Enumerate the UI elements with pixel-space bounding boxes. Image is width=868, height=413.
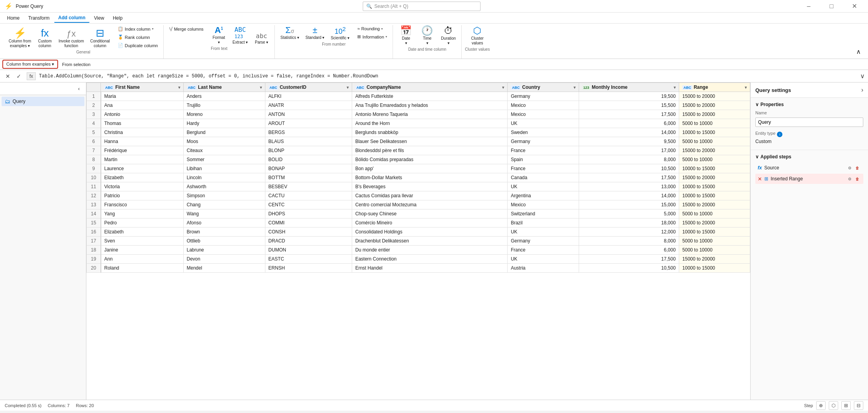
table-row: 16 Elizabeth Brown CONSH Consolidated Ho… [87, 228, 750, 237]
rank-column-button[interactable]: 🏅 Rank column [115, 33, 160, 41]
col-header-range[interactable]: ABC Range ▾ [679, 83, 750, 92]
entity-type-info-icon[interactable]: i [777, 132, 782, 137]
data-area[interactable]: ABC First Name ▾ ABC Last Name ▾ ABC Cus… [86, 83, 750, 400]
duration-button[interactable]: ⏱ Duration▾ [439, 25, 458, 46]
minimize-button[interactable]: – [800, 0, 818, 13]
menu-add-column[interactable]: Add column [54, 13, 89, 23]
step-inserted-range-actions: ⚙ 🗑 [846, 175, 861, 182]
statistics-button[interactable]: Σσ Statistics ▾ [278, 25, 302, 41]
formula-expand-button[interactable]: ∨ [860, 72, 865, 80]
monthly-income-cell: 14,000 [579, 128, 679, 137]
left-panel: ‹ 🗂 Query [0, 83, 86, 400]
maximize-button[interactable]: □ [822, 0, 841, 13]
step-source-delete-button[interactable]: 🗑 [854, 164, 861, 171]
monthly-income-cell: 15,000 [579, 200, 679, 209]
ribbon-from-number-items: Σσ Statistics ▾ ± Standard ▾ 102 Scienti… [278, 25, 389, 41]
conditional-column-button[interactable]: ⊟ Conditionalcolumn [88, 27, 112, 49]
ribbon-collapse-button[interactable]: ∧ [852, 46, 865, 57]
first-name-cell: Frédérique [101, 146, 184, 155]
col-header-customer-id[interactable]: ABC CustomerID ▾ [265, 83, 352, 92]
range-cell: 5000 to 10000 [679, 119, 750, 128]
from-all-columns-button[interactable]: Column from examples ▾ [3, 61, 57, 68]
menu-transform[interactable]: Transform [24, 14, 53, 22]
last-name-cell: Berglund [183, 128, 265, 137]
time-button[interactable]: 🕐 Time▾ [417, 25, 437, 46]
first-name-cell: Victoria [101, 182, 184, 191]
table-row: 20 Roland Mendel ERNSH Ernst Handel Aust… [87, 264, 750, 273]
close-button[interactable]: ✕ [845, 0, 863, 13]
col-header-country[interactable]: ABC Country ▾ [508, 83, 579, 92]
customer-id-cell: BERGS [265, 128, 352, 137]
menu-view[interactable]: View [90, 14, 108, 22]
rounding-button[interactable]: ≈ Rounding ▾ [355, 25, 389, 32]
status-table-button[interactable]: ⊞ [841, 401, 851, 410]
invoke-custom-function-button[interactable]: ƒx Invoke customfunction [56, 29, 86, 49]
monthly-income-dropdown[interactable]: ▾ [674, 85, 676, 90]
country-cell: Switzerland [508, 209, 579, 218]
ribbon-group-from-text: ⧵⧸ Merge columns A1 Format▾ ABC123 Extra… [164, 25, 275, 59]
cluster-values-button[interactable]: ⬡ Clustervalues [468, 25, 487, 46]
col-header-last-name[interactable]: ABC Last Name ▾ [183, 83, 265, 92]
custom-column-button[interactable]: fx Customcolumn [35, 27, 55, 49]
rounding-icon: ≈ [357, 26, 360, 31]
first-name-cell: Franscisco [101, 200, 184, 209]
scientific-button[interactable]: 102 Scientific ▾ [328, 25, 352, 41]
status-step-button[interactable]: ⊕ [816, 401, 826, 410]
table-row: 6 Hanna Moos BLAUS Blauer See Delikatess… [87, 137, 750, 146]
query-list: 🗂 Query [0, 95, 86, 108]
index-column-button[interactable]: 📋 Index column ▾ [115, 25, 160, 33]
formula-cancel-button[interactable]: ✕ [3, 72, 13, 81]
format-button[interactable]: A1 Format▾ [209, 25, 228, 46]
customer-id-dropdown[interactable]: ▾ [347, 85, 349, 90]
last-name-cell: Devon [183, 255, 265, 264]
information-button[interactable]: ⊞ Information ▾ [355, 33, 389, 40]
first-name-dropdown[interactable]: ▾ [178, 85, 180, 90]
status-grid-button[interactable]: ⊟ [854, 401, 863, 410]
customer-id-cell: BLONP [265, 146, 352, 155]
standard-button[interactable]: ± Standard ▾ [303, 25, 327, 41]
last-name-dropdown[interactable]: ▾ [260, 85, 262, 90]
monthly-income-cell: 17,500 [579, 173, 679, 182]
step-inserted-range-delete-button[interactable]: 🗑 [854, 175, 861, 182]
right-panel-toggle-button[interactable]: › [861, 86, 863, 94]
from-selection-button[interactable]: From selection [59, 61, 93, 68]
formula-input[interactable] [39, 73, 857, 79]
search-box[interactable]: 🔍 Search (Alt + Q) [363, 2, 481, 11]
step-source-settings-button[interactable]: ⚙ [846, 164, 853, 171]
col-header-first-name[interactable]: ABC First Name ▾ [101, 83, 184, 92]
company-name-cell: Centro comercial Moctezuma [352, 200, 507, 209]
col-header-company-name[interactable]: ABC CompanyName ▾ [352, 83, 507, 92]
column-from-examples-button[interactable]: ⚡ Column fromexamples ▾ [6, 27, 33, 49]
customer-id-cell: BLAUS [265, 137, 352, 146]
step-source-actions: ⚙ 🗑 [846, 164, 861, 171]
extract-button[interactable]: ABC123 Extract ▾ [230, 26, 250, 46]
status-diagram-button[interactable]: ⬡ [829, 401, 838, 410]
menu-home[interactable]: Home [3, 14, 24, 22]
step-source[interactable]: fx Source ⚙ 🗑 [755, 163, 863, 173]
customer-id-cell: CONSH [265, 228, 352, 237]
formula-confirm-button[interactable]: ✓ [14, 72, 24, 81]
step-inserted-range[interactable]: ✕ ⊞ Inserted Range ⚙ 🗑 [755, 174, 863, 184]
duplicate-column-button[interactable]: 📄 Duplicate column [115, 42, 160, 49]
col-header-row-num [87, 83, 101, 92]
step-grid-icon: ⊞ [764, 176, 768, 182]
parse-button[interactable]: abc Parse ▾ [252, 32, 271, 46]
left-panel-toggle-button[interactable]: ‹ [75, 85, 83, 93]
company-name-dropdown[interactable]: ▾ [502, 85, 504, 90]
first-name-cell: Patricio [101, 191, 184, 200]
query-item[interactable]: 🗂 Query [2, 97, 84, 106]
row-num-cell: 5 [87, 128, 101, 137]
table-row: 9 Laurence Libihan BONAP Bon app' France… [87, 164, 750, 173]
query-name-input[interactable] [755, 117, 863, 127]
step-inserted-range-settings-button[interactable]: ⚙ [846, 175, 853, 182]
last-name-cell: Moos [183, 137, 265, 146]
col-header-monthly-income[interactable]: 123 Monthly Income ▾ [579, 83, 679, 92]
ribbon-group-general: ⚡ Column fromexamples ▾ fx Customcolumn … [3, 25, 164, 59]
country-dropdown[interactable]: ▾ [574, 85, 576, 90]
merge-columns-button[interactable]: ⧵⧸ Merge columns [167, 25, 206, 33]
last-name-cell: Hardy [183, 119, 265, 128]
customer-id-cell: DRACD [265, 237, 352, 246]
range-dropdown[interactable]: ▾ [745, 85, 747, 90]
date-button[interactable]: 📅 Date▾ [396, 25, 416, 46]
menu-help[interactable]: Help [109, 14, 126, 22]
